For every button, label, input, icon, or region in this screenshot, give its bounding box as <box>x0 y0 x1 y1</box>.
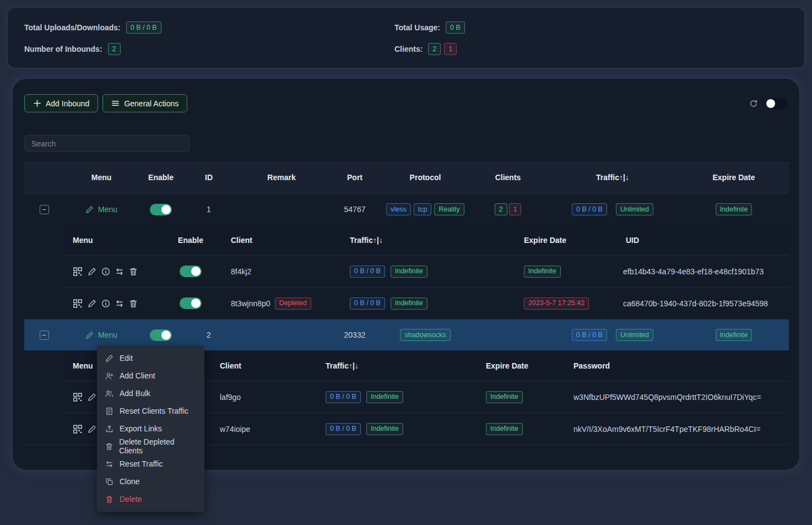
menu-item-label: Clone <box>120 477 140 486</box>
inbound-port: 20332 <box>328 331 381 339</box>
header-enable: Enable <box>139 173 183 182</box>
protocol-badge: tcp <box>414 203 432 215</box>
stat-clients-depleted: 1 <box>444 43 457 55</box>
trash-icon <box>129 267 138 276</box>
general-actions-label: General Actions <box>124 99 178 108</box>
stat-usage-value: 0 B <box>446 21 465 34</box>
client-row: 8t3wjnn8p0 Depleted 0 B / 0 B Indefinite… <box>64 287 789 319</box>
inbound-menu-button[interactable]: Menu <box>85 331 117 339</box>
client-uid: efb14b43-4a79-4e83-ef18-e48cf1901b73 <box>612 267 789 276</box>
qr-code-button[interactable] <box>73 392 83 402</box>
refresh-button[interactable] <box>749 99 758 108</box>
qr-code-icon <box>73 424 83 434</box>
traffic-badge: 0 B / 0 B <box>326 391 361 403</box>
inbound-menu-button[interactable]: Menu <box>85 205 117 214</box>
client-enable-toggle[interactable] <box>180 266 202 277</box>
inbound-traffic: 0 B / 0 B Unlimited <box>546 203 679 215</box>
traffic-limit-badge: Unlimited <box>616 329 653 341</box>
edit-pencil-icon <box>85 205 94 214</box>
general-actions-button[interactable]: General Actions <box>102 94 187 112</box>
qr-code-icon <box>73 392 83 402</box>
client-expire: 2023-5-7 17:25:42 <box>513 297 612 310</box>
edit-client-button[interactable] <box>88 299 96 308</box>
info-icon <box>101 299 110 308</box>
client-header-enable: Enable <box>166 236 215 245</box>
menu-bars-icon <box>111 99 120 107</box>
search-input[interactable] <box>24 135 190 152</box>
client-table: Menu Enable Client Traffic↑|↓ Expire Dat… <box>64 225 789 319</box>
edit-pencil-icon <box>88 267 96 276</box>
inbound-clients-counts: 2 1 <box>469 203 546 215</box>
menu-item-delete[interactable]: Delete <box>97 490 204 508</box>
client-uid: ca68470b-1940-437d-802b-1f9573e94598 <box>612 299 789 308</box>
collapse-row-button[interactable]: − <box>40 205 49 214</box>
client-expire: Indefinite <box>513 266 612 278</box>
menu-item-reset-clients-traffic[interactable]: Reset Clients Traffic <box>97 402 204 420</box>
theme-toggle[interactable] <box>765 98 788 109</box>
qr-code-icon <box>73 299 83 308</box>
collapse-row-button[interactable]: − <box>40 331 49 340</box>
header-traffic-sort[interactable]: Traffic↑|↓ <box>546 173 679 182</box>
edit-client-button[interactable] <box>88 425 96 434</box>
client-actions <box>64 299 166 308</box>
depleted-badge: Depleted <box>275 297 311 310</box>
reset-client-traffic-button[interactable] <box>115 267 124 276</box>
inbound-enable-toggle[interactable] <box>150 204 172 215</box>
inbound-enable-toggle[interactable] <box>150 329 172 341</box>
traffic-badge: 0 B / 0 B <box>350 297 385 310</box>
qr-code-button[interactable] <box>73 299 83 308</box>
reset-client-traffic-button[interactable] <box>115 299 124 308</box>
header-clients: Clients <box>469 173 546 182</box>
reset-arrows-icon <box>105 460 113 468</box>
stat-inbounds-label: Number of Inbounds: <box>24 45 102 53</box>
edit-pencil-icon <box>88 393 96 402</box>
protocol-badge: Reality <box>434 203 464 215</box>
trash-icon <box>105 442 113 451</box>
client-info-button[interactable] <box>101 267 110 276</box>
client-info-button[interactable] <box>101 299 110 308</box>
header-id: ID <box>183 173 235 182</box>
trash-icon <box>105 495 113 504</box>
edit-client-button[interactable] <box>88 393 96 402</box>
edit-pencil-icon <box>88 425 96 434</box>
header-expire-date: Expire Date <box>679 173 789 182</box>
client-enable-toggle[interactable] <box>180 297 202 309</box>
plus-icon <box>33 99 41 107</box>
qr-code-button[interactable] <box>73 424 83 434</box>
expire-badge: Indefinite <box>716 203 753 215</box>
client-header-traffic-sort[interactable]: Traffic↑|↓ <box>312 361 472 370</box>
delete-client-button[interactable] <box>129 299 138 308</box>
traffic-badge: 0 B / 0 B <box>350 266 385 278</box>
stat-clients: Clients: 2 1 <box>394 43 788 55</box>
inbound-row[interactable]: − Menu 1 54767 vless tcp Reality 2 <box>24 193 789 225</box>
expire-badge: Indefinite <box>524 266 561 278</box>
client-traffic: 0 B / 0 B Indefinite <box>312 391 472 403</box>
qr-code-button[interactable] <box>73 267 83 277</box>
menu-item-export-links[interactable]: Export Links <box>97 420 204 437</box>
menu-item-edit[interactable]: Edit <box>97 349 204 367</box>
user-plus-icon <box>105 372 113 380</box>
toolbar: Add Inbound General Actions <box>24 94 788 112</box>
traffic-limit-badge: Indefinite <box>391 266 427 278</box>
menu-item-add-client[interactable]: Add Client <box>97 367 204 385</box>
menu-item-delete-depleted-clients[interactable]: Delete Depleted Clients <box>97 437 204 455</box>
protocol-badge: shadowsocks <box>400 329 450 341</box>
client-header-traffic-sort[interactable]: Traffic↑|↓ <box>331 236 513 245</box>
menu-item-clone[interactable]: Clone <box>97 473 204 490</box>
edit-client-button[interactable] <box>88 267 96 276</box>
menu-item-reset-traffic[interactable]: Reset Traffic <box>97 455 204 473</box>
inbound-protocol-tags: shadowsocks <box>381 329 469 341</box>
qr-code-icon <box>73 267 83 277</box>
header-menu: Menu <box>64 173 139 182</box>
inbound-context-menu: Edit Add Client Add Bulk Reset Clients T… <box>97 345 204 512</box>
edit-pencil-icon <box>105 354 113 362</box>
toolbar-right <box>749 98 788 109</box>
export-icon <box>105 425 113 433</box>
delete-client-button[interactable] <box>129 267 138 276</box>
stat-uploads-label: Total Uploads/Downloads: <box>24 23 121 32</box>
add-inbound-button[interactable]: Add Inbound <box>24 94 98 112</box>
menu-item-add-bulk[interactable]: Add Bulk <box>97 385 204 402</box>
traffic-badge: 0 B / 0 B <box>572 329 607 341</box>
client-traffic: 0 B / 0 B Indefinite <box>331 297 513 310</box>
client-traffic: 0 B / 0 B Indefinite <box>331 266 513 278</box>
